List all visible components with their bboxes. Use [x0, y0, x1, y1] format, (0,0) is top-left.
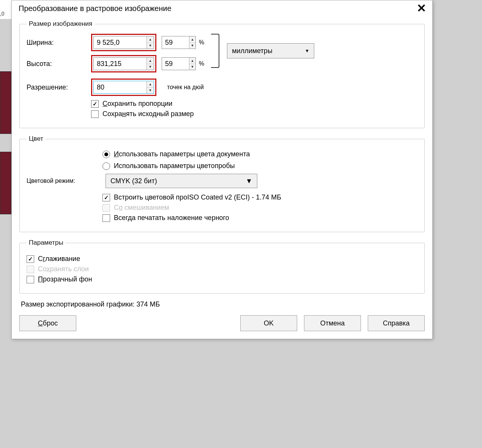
res-spin-down[interactable]: ▼	[147, 88, 154, 94]
chevron-down-icon: ▼	[246, 177, 252, 185]
dither-checkbox	[102, 204, 110, 212]
rasterize-dialog: Преобразование в растровое изображение ✕…	[11, 0, 433, 339]
params-legend: Параметры	[27, 239, 66, 247]
antialias-checkbox[interactable]	[27, 255, 34, 263]
size-group: Размер изображения Ширина: ▲ ▼	[19, 20, 425, 128]
transparent-label: Прозрачный фон	[38, 275, 92, 283]
embed-profile-checkbox[interactable]	[102, 194, 110, 201]
use-proof-color-radio[interactable]	[102, 162, 110, 170]
help-button[interactable]: Справка	[368, 315, 425, 331]
width-spin-up[interactable]: ▲	[147, 36, 154, 43]
height-input[interactable]	[94, 58, 146, 70]
resolution-unit: точек на дюй	[167, 84, 204, 91]
width-pct-input[interactable]	[162, 36, 189, 49]
use-doc-color-radio[interactable]	[102, 151, 110, 158]
width-pct-down[interactable]: ▼	[189, 43, 195, 49]
resolution-highlight: ▲ ▼	[91, 79, 156, 96]
width-spin-down[interactable]: ▼	[147, 43, 154, 49]
ok-button[interactable]: OK	[240, 315, 297, 331]
color-legend: Цвет	[27, 135, 46, 143]
width-pct-sign: %	[199, 39, 204, 46]
use-proof-color-label: Использовать параметры цветопробы	[114, 162, 235, 170]
color-group: Цвет Использовать параметры цвета докуме…	[19, 135, 425, 232]
height-spin-up[interactable]: ▲	[147, 58, 154, 64]
height-pct-down[interactable]: ▼	[189, 64, 195, 70]
height-pct-sign: %	[199, 60, 204, 67]
resolution-label: Разрешение:	[27, 83, 91, 91]
dialog-title: Преобразование в растровое изображение	[19, 4, 172, 13]
height-pct-up[interactable]: ▲	[189, 58, 195, 64]
cancel-button[interactable]: Отмена	[304, 315, 361, 331]
resolution-input[interactable]	[94, 81, 146, 93]
color-mode-value: CMYK (32 бит)	[110, 177, 157, 185]
res-spin-up[interactable]: ▲	[147, 81, 154, 88]
use-doc-color-label: Использовать параметры цвета документа	[114, 150, 250, 158]
overprint-checkbox[interactable]	[102, 214, 110, 222]
dither-label: Со смешиванием	[114, 204, 169, 212]
reset-button[interactable]: Сброс	[19, 315, 76, 331]
overprint-label: Всегда печатать наложение черного	[114, 214, 229, 222]
layers-checkbox	[27, 266, 34, 273]
color-mode-label: Цветовой режим:	[27, 178, 99, 184]
width-pct-up[interactable]: ▲	[189, 36, 195, 43]
transparent-checkbox[interactable]	[27, 276, 34, 283]
keep-ratio-label: Сохранить пропорции	[102, 100, 172, 108]
height-spin-down[interactable]: ▼	[147, 64, 154, 70]
height-highlight: ▲ ▼	[91, 55, 156, 72]
export-size-status: Размер экспортированной графики: 374 МБ	[21, 300, 425, 308]
size-legend: Размер изображения	[27, 20, 95, 28]
params-group: Параметры Сглаживание Сохранять слои Про…	[19, 239, 425, 294]
keep-ratio-checkbox[interactable]	[91, 100, 99, 108]
chevron-down-icon: ▼	[305, 48, 309, 53]
antialias-label: Сглаживание	[38, 255, 80, 263]
layers-label: Сохранять слои	[38, 265, 89, 273]
units-dropdown[interactable]: миллиметры ▼	[227, 43, 314, 58]
embed-profile-label: Встроить цветовой проISO Coated v2 (ECI)…	[114, 193, 281, 201]
ruler-value: 0,0	[0, 11, 4, 17]
width-highlight: ▲ ▼	[91, 34, 156, 51]
keep-original-checkbox[interactable]	[91, 110, 99, 118]
width-label: Ширина:	[27, 39, 91, 47]
width-input[interactable]	[94, 36, 146, 49]
close-button[interactable]: ✕	[414, 3, 428, 14]
units-value: миллиметры	[232, 47, 272, 55]
height-pct-input[interactable]	[162, 58, 189, 70]
keep-original-label: Сохранять исходный размер	[102, 110, 194, 118]
height-label: Высота:	[27, 60, 91, 68]
color-mode-dropdown[interactable]: CMYK (32 бит) ▼	[106, 174, 257, 188]
link-bracket-icon	[211, 34, 219, 68]
